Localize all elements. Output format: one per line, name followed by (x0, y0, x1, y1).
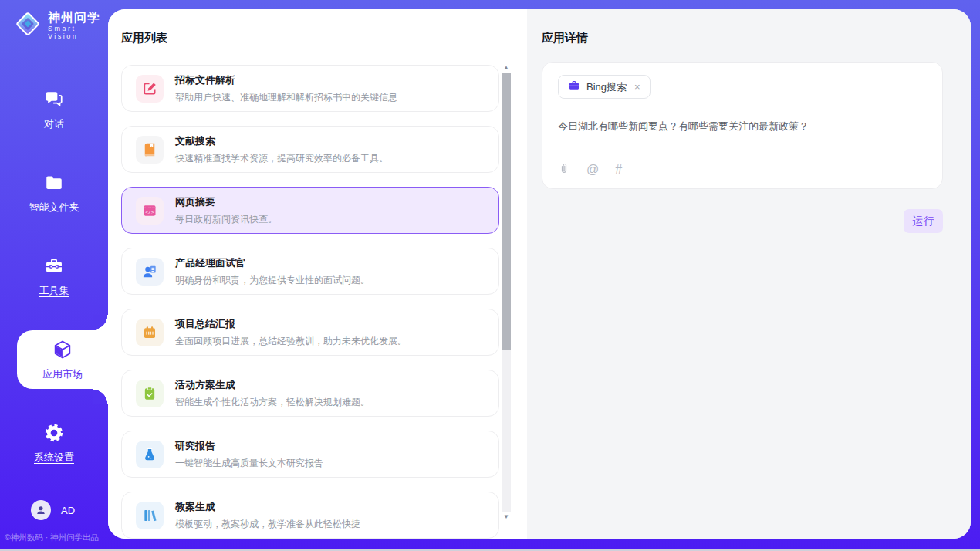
clipboard-check-icon (136, 380, 164, 407)
app-card-title: 活动方案生成 (175, 378, 370, 392)
app-card-title: 文献搜索 (175, 134, 388, 148)
app-list-title: 应用列表 (121, 31, 167, 46)
sidebar-item-label: 工具集 (39, 284, 69, 298)
app-card[interactable]: 教案生成 模板驱动，教案秒成，教学准备从此轻松快捷 (121, 492, 499, 539)
diamond-logo-icon (14, 10, 42, 41)
sidebar-item-app-market[interactable]: 应用市场 (17, 330, 108, 389)
app-detail-title: 应用详情 (542, 31, 588, 46)
user-name: AD (61, 505, 75, 516)
app-card[interactable]: 项目总结汇报 全面回顾项目进展，总结经验教训，助力未来优化发展。 (121, 309, 499, 356)
sidebar-item-settings[interactable]: 系统设置 (0, 414, 108, 472)
app-card-title: 教案生成 (175, 500, 360, 514)
brand-tagline: Smart Vision (48, 25, 108, 40)
scrollbar-thumb[interactable] (502, 73, 511, 350)
app-card-desc: 帮助用户快速、准确地理解和解析招标书中的关键信息 (175, 91, 397, 104)
tool-tag-bing-search[interactable]: Bing搜索 × (558, 75, 651, 99)
app-card-desc: 每日政府新闻资讯快查。 (175, 213, 277, 226)
prompt-composer: Bing搜索 × 今日湖北有哪些新闻要点？有哪些需要关注的最新政策？ @ # (542, 62, 943, 189)
chat-icon (43, 89, 65, 110)
app-card-desc: 智能生成个性化活动方案，轻松解决规划难题。 (175, 396, 370, 409)
app-card[interactable]: 研究报告 一键智能生成高质量长文本研究报告 (121, 431, 499, 478)
app-detail-panel: 应用详情 Bing搜索 × 今日湖北有哪些新闻要点？有哪些需要关注的最新政策？ (527, 9, 971, 539)
user-account[interactable]: AD (31, 500, 75, 520)
scroll-down-arrow-icon[interactable]: ▼ (502, 512, 511, 522)
brand-name: 神州问学 (48, 11, 108, 25)
prompt-text-input[interactable]: 今日湖北有哪些新闻要点？有哪些需要关注的最新政策？ (558, 120, 927, 162)
sidebar-item-label: 对话 (44, 117, 64, 131)
app-card[interactable]: </> 网页摘要 每日政府新闻资讯快查。 (121, 187, 499, 234)
app-card[interactable]: 产品经理面试官 明确身份和职责，为您提供专业性的面试问题。 (121, 248, 499, 295)
sidebar-item-toolset[interactable]: 工具集 (0, 247, 108, 306)
app-card[interactable]: 招标文件解析 帮助用户快速、准确地理解和解析招标书中的关键信息 (121, 65, 499, 112)
briefcase-icon (568, 79, 580, 95)
books-icon (136, 502, 164, 529)
app-card-title: 网页摘要 (175, 195, 277, 209)
copyright-text: ©神州数码 · 神州问学出品 (5, 532, 99, 543)
avatar (31, 500, 51, 520)
sidebar-item-smart-folder[interactable]: 智能文件夹 (0, 164, 108, 222)
scrollbar[interactable]: ▲ ▼ (502, 63, 511, 522)
folder-icon (43, 172, 65, 194)
book-icon (136, 136, 164, 164)
app-card-title: 招标文件解析 (175, 73, 397, 87)
sidebar-item-chat[interactable]: 对话 (0, 80, 108, 139)
person-icon (35, 504, 47, 516)
toolbox-icon (43, 255, 65, 277)
browser-code-icon: </> (136, 197, 164, 225)
app-card-desc: 全面回顾项目进展，总结经验教训，助力未来优化发展。 (175, 335, 407, 348)
sidebar-item-label: 智能文件夹 (29, 201, 79, 215)
app-card-desc: 快速精准查找学术资源，提高研究效率的必备工具。 (175, 152, 388, 165)
app-card-title: 产品经理面试官 (175, 256, 370, 270)
sidebar-nav: 对话 智能文件夹 工具集 (0, 80, 108, 497)
gear-icon (43, 422, 65, 444)
app-card[interactable]: 文献搜索 快速精准查找学术资源，提高研究效率的必备工具。 (121, 126, 499, 173)
app-card-desc: 模板驱动，教案秒成，教学准备从此轻松快捷 (175, 518, 360, 531)
app-card-title: 项目总结汇报 (175, 317, 407, 331)
app-list: 招标文件解析 帮助用户快速、准确地理解和解析招标书中的关键信息 文献搜索 快速精… (121, 65, 499, 539)
app-card-desc: 一键智能生成高质量长文本研究报告 (175, 457, 323, 470)
interviewer-icon (136, 258, 164, 286)
content-container: 应用列表 招标文件解析 帮助用户快速、准确地理解和解析招标书中的关键信息 (108, 9, 971, 539)
paperclip-icon[interactable] (558, 162, 570, 177)
tool-tag-label: Bing搜索 (586, 80, 627, 94)
scroll-up-arrow-icon[interactable]: ▲ (502, 63, 511, 73)
sidebar-item-label: 系统设置 (34, 451, 74, 465)
sidebar-item-label: 应用市场 (42, 367, 83, 381)
hash-icon[interactable]: # (615, 164, 622, 176)
app-list-panel: 应用列表 招标文件解析 帮助用户快速、准确地理解和解析招标书中的关键信息 (108, 9, 527, 539)
scrollbar-track[interactable] (502, 73, 511, 512)
flask-icon (136, 441, 164, 468)
edit-document-icon (136, 75, 164, 103)
calendar-report-icon (136, 319, 164, 346)
mention-at-icon[interactable]: @ (586, 164, 599, 176)
run-button[interactable]: 运行 (904, 209, 943, 233)
sidebar: 神州问学 Smart Vision 对话 智能文件夹 (0, 0, 108, 551)
tag-close-icon[interactable]: × (634, 81, 640, 93)
cube-icon (52, 339, 73, 360)
app-card-desc: 明确身份和职责，为您提供专业性的面试问题。 (175, 274, 370, 287)
svg-text:</>: </> (145, 209, 154, 215)
app-card-title: 研究报告 (175, 439, 323, 453)
app-card[interactable]: 活动方案生成 智能生成个性化活动方案，轻松解决规划难题。 (121, 370, 499, 417)
composer-toolbar: @ # (558, 162, 927, 177)
brand-logo: 神州问学 Smart Vision (14, 10, 108, 41)
